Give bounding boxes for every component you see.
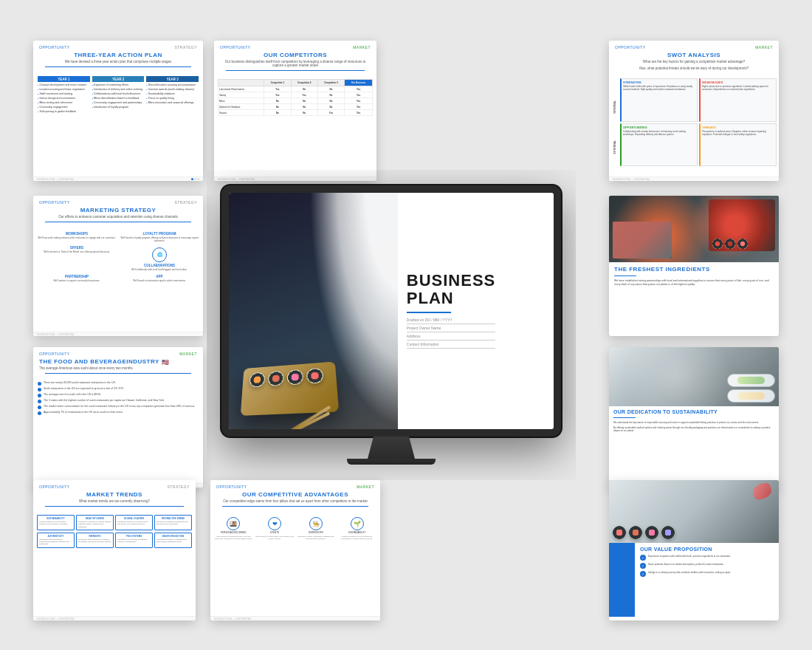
trend-global-text: Expanding demand for diverse foods and f…	[117, 521, 151, 526]
three-year-title: THREE-YEAR ACTION PLAN	[39, 52, 197, 58]
us-r3: Yes	[345, 98, 373, 104]
freshest-divider	[614, 276, 636, 276]
trend-payments-title: PAYMENTS	[78, 535, 111, 538]
compAdv-subtitle: Our competitive edge stems from four pil…	[216, 499, 374, 503]
trend-waste-title: WASTE REDUCTION	[156, 535, 190, 538]
bp-address: Address	[407, 334, 495, 341]
mkt-partnership: PARTNERSHIP We'll partner to support com…	[37, 275, 117, 283]
c3-r2: No	[317, 92, 344, 98]
slide-three-year: OPPORTUNITY STRATEGY THREE-YEAR ACTION P…	[33, 41, 203, 181]
footer-dots-1	[191, 178, 199, 180]
mkt-workshops-title: WORKSHOPS	[37, 232, 117, 236]
monitor-body: BUSINESS PLAN Drafted on DD / MM / YYYY …	[221, 185, 561, 437]
valueProp-blue-sidebar	[609, 543, 635, 617]
swot-threats: THREATS Fluctuations in seafood prices. …	[699, 123, 777, 167]
compAdv-personalized: 🍱 PERSONALIZED DINING We provide an inte…	[214, 517, 253, 540]
mkt-collab-text: We'll collaborate with local food blogge…	[120, 269, 199, 272]
year1-col: YEAR 1 Concept development and menu crea…	[38, 76, 90, 114]
marketing-footer: BUSINESS PLAN — CONFIDENTIAL	[33, 332, 203, 336]
sustain-divider	[613, 417, 636, 418]
check-icon-2: ✓	[640, 563, 646, 569]
fb-title-row: THE FOOD AND BEVERAGEINDUSTRY 🇺🇸	[39, 358, 197, 366]
business-plan-slide: BUSINESS PLAN Drafted on DD / MM / YYYY …	[229, 193, 554, 429]
maki-3	[645, 526, 658, 539]
table-row: Options for Omakase No No No Yes	[219, 104, 373, 110]
fb-stat-text-6: Approximately 7% of restaurants in the U…	[44, 411, 123, 414]
compAdv-personalized-label: PERSONALIZED DINING	[214, 532, 253, 535]
us-flag-icon: 🇺🇸	[162, 359, 169, 366]
weaknesses-title: WEAKNESSES	[702, 81, 774, 84]
compAdv-content: 🍱 PERSONALIZED DINING We provide an inte…	[210, 513, 380, 542]
swot-strengths: STRENGTHS Skilled sushi chefs with years…	[620, 78, 698, 122]
trend-global-title: GLOBAL FLAVORS	[117, 517, 151, 520]
trend-global: GLOBAL FLAVORS Expanding demand for dive…	[115, 515, 153, 530]
fb-stat-text-5: The market share concentration for the s…	[44, 405, 195, 408]
compAdv-events-text: We introduce a 'Table Guest Chef' series…	[255, 536, 295, 540]
tag-opportunity-7: OPPORTUNITY	[216, 485, 247, 489]
trend-payments-text: Customers seek mobile POS systems for ef…	[78, 538, 111, 544]
trend-sustainability: SUSTAINABILITY Growing demand for sustai…	[37, 515, 75, 530]
tag-opportunity-1: OPPORTUNITY	[39, 45, 70, 49]
trends-title: MARKET TRENDS	[39, 491, 190, 498]
feature-5: Sauces	[219, 110, 264, 116]
valueProp-title: OUR VALUE PROPOSITION	[640, 547, 775, 552]
swot-subtitle1: What are the key factors for gaining a c…	[615, 60, 773, 64]
year3-header: YEAR 3	[146, 76, 199, 82]
c1-r5: No	[264, 110, 291, 116]
trend-authenticity-text: Customers seek authenticity emphasizing …	[39, 538, 72, 546]
fb-stat-6: Approximately 7% of restaurants in the U…	[38, 411, 199, 415]
workshops-icon: 👨‍🍳	[309, 517, 323, 530]
fb-stat-text-4: The 3 states with the highest number of …	[44, 399, 165, 403]
slide-freshest: THE FRESHEST INGREDIENTS We have establi…	[609, 196, 779, 336]
mkt-offers: OFFERS We'll introduce a 'Taste of the M…	[37, 246, 117, 272]
comp-header-feature	[219, 80, 264, 86]
fb-stat-text-1: There are nearly 20,000 sushi restaurant…	[44, 381, 116, 385]
us-r4: Yes	[345, 104, 373, 110]
events-icon: ❤	[268, 517, 281, 530]
trends-grid-row2: AUTHENTICITY Customers seek authenticity…	[37, 533, 192, 548]
fb-content: There are nearly 20,000 sushi restaurant…	[33, 378, 203, 420]
monitor-base	[347, 459, 436, 465]
mkt-app: APP We'll launch an interactive app for …	[120, 275, 199, 283]
vp-item-2: ✓ Savor authentic flavors in a vibrant a…	[640, 563, 775, 569]
year1-item-5: Menu testing and refinement	[38, 101, 90, 105]
us-r1: Yes	[345, 86, 373, 92]
sustainability-icon: 🌱	[351, 517, 364, 530]
comp-header-c1: Competitor 1	[264, 80, 291, 86]
competitors-content: Competitor 1 Competitor 2 Competitor 3 O…	[214, 77, 376, 118]
swot-layout: INTERNAL EXTERNAL STRENGTHS Skilled sush…	[609, 76, 779, 168]
c2-r3: No	[291, 98, 317, 104]
trend-pos-text: Advanced POS systems for efficient inven…	[117, 538, 151, 544]
fb-dot-6	[38, 411, 41, 415]
trends-divider	[45, 506, 184, 507]
freshest-title: THE FRESHEST INGREDIENTS	[614, 266, 774, 273]
compAdv-workshops: 👨‍🍳 WORKSHOPS Interactive culinary exper…	[297, 517, 336, 540]
mkt-workshops: WORKSHOPS We'll host sushi making classe…	[37, 232, 117, 243]
mkt-loyalty-title: LOYALTY PROGRAM	[120, 232, 199, 236]
swot-footer: BUSINESS PLAN — CONFIDENTIAL	[609, 177, 779, 181]
spring-roll-fill-2	[737, 392, 765, 400]
tag-market-3: MARKET	[755, 45, 773, 49]
c3-r1: No	[317, 86, 344, 92]
sushi-piece-3	[287, 369, 303, 386]
tag-opportunity-4: OPPORTUNITY	[39, 200, 70, 205]
c1-r2: Yes	[264, 92, 291, 98]
trend-pos-title: POS SYSTEMS	[117, 535, 151, 538]
table-row: Last-minute Reservations Yes No No Yes	[219, 86, 373, 92]
feature-2: Variety	[219, 92, 264, 98]
year-columns: YEAR 1 Concept development and menu crea…	[38, 76, 199, 114]
sashimi-img	[613, 222, 672, 259]
marketing-subtitle: Our efforts to enhance customer acquisit…	[39, 215, 197, 219]
tag-market-5: MARKET	[179, 352, 197, 356]
sushi-img-top	[709, 199, 775, 251]
mkt-app-title: APP	[120, 275, 199, 278]
mkt-workshops-text: We'll host sushi making classes at the r…	[37, 237, 117, 240]
vp-item-3: ✓ Indulge in a culinary journey that com…	[640, 571, 775, 577]
trend-pos: POS SYSTEMS Advanced POS systems for eff…	[115, 533, 153, 548]
three-year-content: YEAR 1 Concept development and menu crea…	[33, 73, 203, 117]
trend-payments: PAYMENTS Customers seek mobile POS syste…	[76, 533, 114, 548]
tag-opportunity-2: OPPORTUNITY	[220, 45, 251, 49]
three-year-footer: BUSINESS PLAN — CONFIDENTIAL	[33, 177, 203, 181]
mini-roll-1	[712, 239, 723, 249]
compAdv-grid: 🍱 PERSONALIZED DINING We provide an inte…	[214, 517, 376, 540]
